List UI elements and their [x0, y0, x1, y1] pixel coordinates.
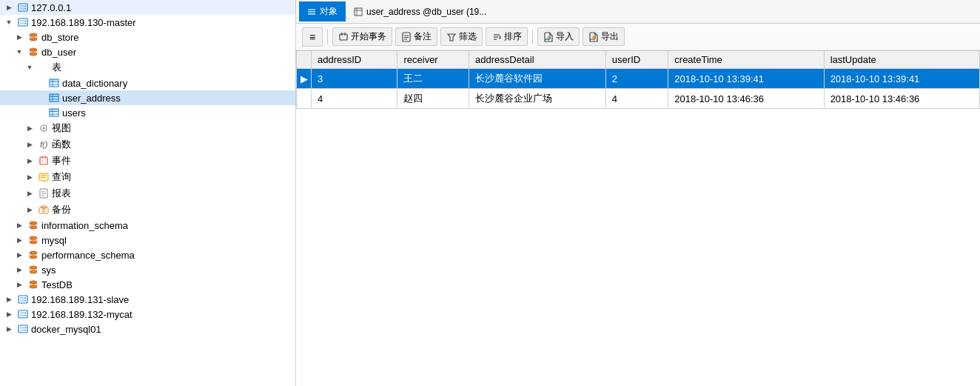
import-button[interactable]: 导入: [537, 27, 580, 46]
spacer-icon: [34, 92, 46, 104]
sidebar-item-db7[interactable]: TestDB: [0, 277, 295, 292]
row-indicator-cell: [297, 89, 312, 109]
database-icon: [27, 31, 39, 43]
table-header: addressIDreceiveraddressDetailuserIDcrea…: [297, 51, 980, 69]
sidebar-item-t3[interactable]: users: [0, 105, 295, 120]
svg-point-3: [25, 6, 26, 7]
svg-point-11: [30, 38, 37, 41]
server-icon: [17, 323, 29, 335]
filter-icon: [446, 32, 457, 42]
cell-addressID: 4: [312, 89, 397, 109]
sidebar-item-events[interactable]: ! 事件: [0, 153, 295, 169]
tree-item-label: 192.168.189.131-slave: [31, 294, 129, 305]
table-row[interactable]: ▶3王二长沙麓谷软件园22018-10-10 13:39:412018-10-1…: [297, 69, 980, 89]
svg-point-8: [25, 21, 26, 21]
arrow-icon: [3, 293, 15, 305]
sidebar-item-db6[interactable]: sys: [0, 262, 295, 277]
database-icon: [27, 219, 39, 231]
sidebar-item-t2[interactable]: user_address: [0, 90, 295, 105]
sidebar-item-srv2[interactable]: 192.168.189.131-slave: [0, 292, 295, 307]
arrow-icon: [3, 308, 15, 320]
row-indicator-cell: ▶: [297, 69, 312, 89]
note-button[interactable]: 备注: [395, 27, 437, 46]
tree-item-label: mysql: [41, 235, 67, 246]
table-icon: [48, 77, 60, 89]
backup-icon: [38, 204, 50, 216]
function-icon: f(): [38, 139, 50, 150]
arrow-icon: [3, 16, 15, 28]
sidebar-item-db1[interactable]: db_store: [0, 30, 295, 44]
svg-point-12: [30, 48, 37, 51]
svg-rect-18: [50, 79, 58, 82]
cell-addressID: 3: [312, 69, 397, 89]
arrow-icon: [13, 219, 25, 231]
tab-tab-table[interactable]: user_address @db_user (19...: [346, 3, 494, 21]
svg-point-52: [30, 266, 37, 269]
svg-rect-1: [20, 5, 26, 7]
cell-createTime: 2018-10-10 13:39:41: [668, 69, 824, 89]
sidebar-item-srv1[interactable]: 192.168.189.130-master: [0, 15, 295, 30]
svg-rect-66: [19, 325, 27, 333]
table-row[interactable]: 4赵四长沙麓谷企业广场42018-10-10 13:46:362018-10-1…: [297, 89, 980, 109]
sidebar-item-views[interactable]: 视图: [0, 120, 295, 136]
sort-button[interactable]: 排序: [486, 27, 528, 46]
svg-rect-6: [20, 20, 26, 22]
sidebar-item-reports[interactable]: 报表: [0, 185, 295, 202]
tree-item-label: data_dictionary: [62, 78, 127, 89]
svg-rect-77: [340, 34, 347, 40]
svg-point-50: [30, 251, 37, 254]
sidebar-item-queries[interactable]: 查询: [0, 169, 295, 185]
sidebar-item-funcs[interactable]: f() 函数: [0, 136, 295, 153]
filter-button[interactable]: 筛选: [440, 27, 483, 46]
begin-transaction-button[interactable]: 开始事务: [332, 27, 392, 46]
svg-point-65: [25, 315, 26, 316]
arrow-icon: [24, 122, 36, 134]
database-icon: [27, 249, 39, 261]
spacer-icon: [34, 77, 46, 89]
svg-rect-89: [545, 33, 550, 39]
view-icon: [38, 122, 50, 134]
toolbar-separator-2: [532, 30, 533, 44]
sidebar-item-ip1[interactable]: 127.0.0.1: [0, 0, 295, 15]
sidebar-item-tables[interactable]: 表: [0, 59, 295, 76]
database-icon: [27, 264, 39, 276]
event-icon: !: [38, 155, 50, 167]
cell-addressDetail: 长沙麓谷企业广场: [469, 89, 606, 109]
svg-point-54: [30, 281, 37, 284]
column-header-addressID: addressID: [312, 51, 397, 69]
svg-rect-91: [590, 33, 595, 39]
data-table-container: addressIDreceiveraddressDetailuserIDcrea…: [296, 50, 980, 386]
svg-rect-7: [20, 23, 26, 25]
sidebar-item-srv4[interactable]: docker_mysql01: [0, 322, 295, 336]
sidebar-item-db2[interactable]: db_user: [0, 44, 295, 59]
tab-tab-obj[interactable]: 对象: [299, 1, 346, 21]
sidebar-item-backup[interactable]: 备份: [0, 202, 295, 218]
svg-rect-63: [20, 315, 26, 317]
svg-point-10: [30, 33, 37, 36]
sidebar-item-db4[interactable]: mysql: [0, 233, 295, 247]
tree-item-label: TestDB: [41, 279, 73, 290]
sidebar-item-db3[interactable]: information_schema: [0, 218, 295, 233]
arrow-icon: [13, 46, 25, 58]
tree-item-label: 备份: [52, 203, 71, 216]
toolbar-separator: [327, 30, 328, 44]
report-icon: [38, 187, 50, 199]
export-icon: [588, 32, 599, 42]
menu-button[interactable]: ≡: [302, 27, 323, 47]
sidebar-item-db5[interactable]: performance_schema: [0, 247, 295, 262]
sort-label: 排序: [504, 30, 522, 43]
sidebar-item-srv3[interactable]: 192.168.189.132-mycat: [0, 307, 295, 322]
svg-point-59: [25, 298, 26, 299]
data-table: addressIDreceiveraddressDetailuserIDcrea…: [296, 50, 980, 109]
arrow-icon: [3, 1, 15, 13]
svg-point-53: [30, 270, 37, 273]
svg-rect-62: [20, 312, 26, 314]
query-icon: [38, 171, 50, 183]
tree-item-label: user_address: [62, 93, 121, 104]
export-button[interactable]: 导出: [583, 27, 625, 46]
svg-point-46: [30, 222, 37, 224]
server-icon: [17, 308, 29, 320]
svg-rect-68: [20, 330, 26, 332]
cell-createTime: 2018-10-10 13:46:36: [668, 89, 824, 109]
sidebar-item-t1[interactable]: data_dictionary: [0, 76, 295, 90]
